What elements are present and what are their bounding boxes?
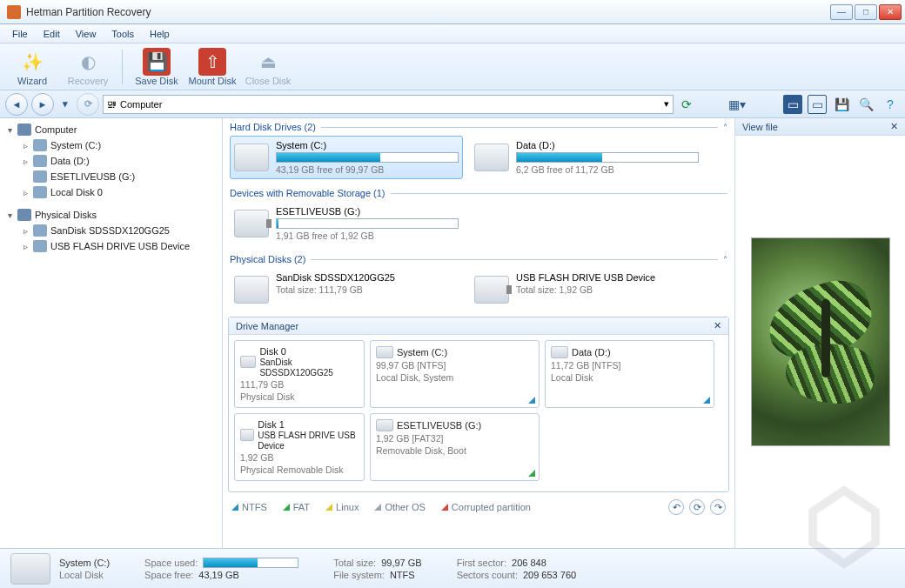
menu-file[interactable]: File xyxy=(5,27,35,41)
section-hdd: Hard Disk Drives (2)˄ xyxy=(223,118,734,136)
toolbar-close-disk-label: Close Disk xyxy=(245,76,292,86)
maximize-button[interactable]: □ xyxy=(855,4,877,20)
title-bar: Hetman Partition Recovery — □ ✕ xyxy=(0,0,905,24)
drive-usage-bar xyxy=(516,152,699,163)
panel-close-icon[interactable]: ✕ xyxy=(714,320,721,331)
address-dropdown-icon[interactable]: ▾ xyxy=(664,98,669,110)
dm-disk0[interactable]: Disk 0SanDisk SDSSDX120GG25 111,79 GB Ph… xyxy=(234,340,365,408)
help-icon[interactable]: ? xyxy=(881,95,900,114)
drive-name: ESETLIVEUSB (G:) xyxy=(276,206,459,217)
dm-part-g[interactable]: ESETLIVEUSB (G:) 1,92 GB [FAT32] Removab… xyxy=(370,413,540,481)
toolbar-save-disk-label: Save Disk xyxy=(135,76,178,86)
tree-data-d[interactable]: ▹Data (D:) xyxy=(17,153,220,169)
list-view-button[interactable]: ▭ xyxy=(808,95,827,114)
phys-usb[interactable]: USB FLASH DRIVE USB Device Total size: 1… xyxy=(470,268,703,308)
drive-icon xyxy=(474,144,509,171)
dm-part-c[interactable]: System (C:) 99,97 GB [NTFS] Local Disk, … xyxy=(370,340,540,408)
drive-manager-title: Drive Manager xyxy=(236,321,298,331)
dm-part-d[interactable]: Data (D:) 11,72 GB [NTFS] Local Disk xyxy=(545,340,714,408)
sidebar-tree: ▾Computer ▹System (C:) ▹Data (D:) ESETLI… xyxy=(0,118,223,548)
disk-icon xyxy=(240,429,254,441)
tree-sandisk[interactable]: ▹SanDisk SDSSDX120GG25 xyxy=(17,223,220,238)
view-mode-icon[interactable]: ▦▾ xyxy=(727,95,747,114)
preview-image xyxy=(751,237,890,446)
nav-dropdown-button[interactable]: ▾ xyxy=(57,94,73,115)
close-button[interactable]: ✕ xyxy=(879,4,902,20)
search-icon[interactable]: 🔍 xyxy=(856,95,875,114)
menu-edit[interactable]: Edit xyxy=(37,27,67,41)
drive-icon xyxy=(234,210,269,237)
section-removable: Devices with Removable Storage (1) xyxy=(223,184,734,202)
dm-redo-button[interactable]: ↷ xyxy=(710,499,726,515)
close-disk-icon: ⏏ xyxy=(254,48,282,76)
window-title: Hetman Partition Recovery xyxy=(24,6,830,18)
disk-icon xyxy=(240,356,256,368)
drive-usage-bar xyxy=(276,152,459,163)
main-content: Hard Disk Drives (2)˄ System (C:) 43,19 … xyxy=(223,118,734,548)
drive-name: System (C:) xyxy=(276,140,459,150)
menu-tools[interactable]: Tools xyxy=(104,27,141,41)
dm-undo-button[interactable]: ↶ xyxy=(668,499,684,515)
toolbar-save-disk[interactable]: 💾 Save Disk xyxy=(131,48,182,86)
partition-icon xyxy=(376,346,393,358)
dm-refresh-button[interactable]: ⟳ xyxy=(689,499,705,515)
tree-physical-disks[interactable]: ▾Physical Disks xyxy=(2,207,220,223)
toolbar-recovery-label: Recovery xyxy=(68,76,108,86)
nav-up-button[interactable]: ⟳ xyxy=(77,93,99,116)
watermark-icon xyxy=(792,475,896,579)
menu-view[interactable]: View xyxy=(69,27,104,41)
tree-eset-g[interactable]: ESETLIVEUSB (G:) xyxy=(17,169,220,184)
toolbar-recovery[interactable]: ◐ Recovery xyxy=(63,48,113,86)
drive-total-text: Total size: 1,92 GB xyxy=(516,284,699,295)
nav-back-button[interactable]: ◄ xyxy=(5,93,28,116)
wizard-icon: ✨ xyxy=(18,48,46,76)
phys-sandisk[interactable]: SanDisk SDSSDX120GG25 Total size: 111,79… xyxy=(230,268,463,308)
drive-icon xyxy=(234,276,269,304)
drive-eset-g[interactable]: ESETLIVEUSB (G:) 1,91 GB free of 1,92 GB xyxy=(230,202,463,245)
collapse-phys-icon[interactable]: ˄ xyxy=(723,255,727,264)
drive-name: SanDisk SDSSDX120GG25 xyxy=(276,272,459,283)
tree-usbflash[interactable]: ▹USB FLASH DRIVE USB Device xyxy=(17,238,220,254)
viewfile-close-icon[interactable]: ✕ xyxy=(890,121,898,132)
status-drive-name: System (C:) xyxy=(59,558,110,568)
tree-system-c[interactable]: ▹System (C:) xyxy=(17,137,220,153)
drive-name: USB FLASH DRIVE USB Device xyxy=(516,272,699,283)
toolbar-mount-disk-label: Mount Disk xyxy=(188,76,236,86)
nav-bar: ◄ ► ▾ ⟳ 🖳 Computer ▾ ⟳ ▦▾ ▭ ▭ 💾 🔍 ? xyxy=(0,90,905,118)
drive-name: Data (D:) xyxy=(516,140,699,150)
mount-disk-icon: ⇧ xyxy=(198,48,226,76)
computer-icon: 🖳 xyxy=(107,99,117,110)
status-bar: System (C:) Local Disk Space used: Space… xyxy=(0,548,905,588)
filesystem-legend: NTFS FAT Linux Other OS Corrupted partit… xyxy=(223,496,734,518)
save-icon[interactable]: 💾 xyxy=(832,95,851,114)
tree-computer[interactable]: ▾Computer xyxy=(2,122,220,137)
address-bar[interactable]: 🖳 Computer ▾ xyxy=(103,95,674,114)
status-drive-icon xyxy=(10,553,50,585)
partition-icon xyxy=(551,346,568,358)
menu-bar: File Edit View Tools Help xyxy=(0,24,905,43)
drive-icon xyxy=(474,276,509,304)
toolbar-mount-disk[interactable]: ⇧ Mount Disk xyxy=(187,48,238,86)
toolbar-divider xyxy=(122,50,123,84)
save-disk-icon: 💾 xyxy=(143,48,171,76)
partition-icon xyxy=(376,419,393,431)
dm-disk1[interactable]: Disk 1USB FLASH DRIVE USB Device 1,92 GB… xyxy=(234,413,365,481)
menu-help[interactable]: Help xyxy=(143,27,177,41)
drive-system-c[interactable]: System (C:) 43,19 GB free of 99,97 GB xyxy=(230,136,463,179)
status-drive-type: Local Disk xyxy=(59,570,110,580)
drive-usage-bar xyxy=(276,218,459,229)
collapse-hdd-icon[interactable]: ˄ xyxy=(723,123,727,132)
tree-local0[interactable]: ▹Local Disk 0 xyxy=(17,184,220,200)
drive-icon xyxy=(234,144,269,171)
drive-data-d[interactable]: Data (D:) 6,2 GB free of 11,72 GB xyxy=(470,136,703,179)
icon-view-button[interactable]: ▭ xyxy=(783,95,802,114)
address-text: Computer xyxy=(120,99,162,110)
nav-forward-button[interactable]: ► xyxy=(31,93,54,116)
refresh-button[interactable]: ⟳ xyxy=(677,95,696,114)
drive-free-text: 43,19 GB free of 99,97 GB xyxy=(276,164,459,175)
section-physical: Physical Disks (2)˄ xyxy=(223,251,734,268)
toolbar-wizard[interactable]: ✨ Wizard xyxy=(7,48,57,86)
toolbar-close-disk[interactable]: ⏏ Close Disk xyxy=(243,48,293,86)
toolbar-wizard-label: Wizard xyxy=(17,76,47,86)
minimize-button[interactable]: — xyxy=(830,4,853,20)
